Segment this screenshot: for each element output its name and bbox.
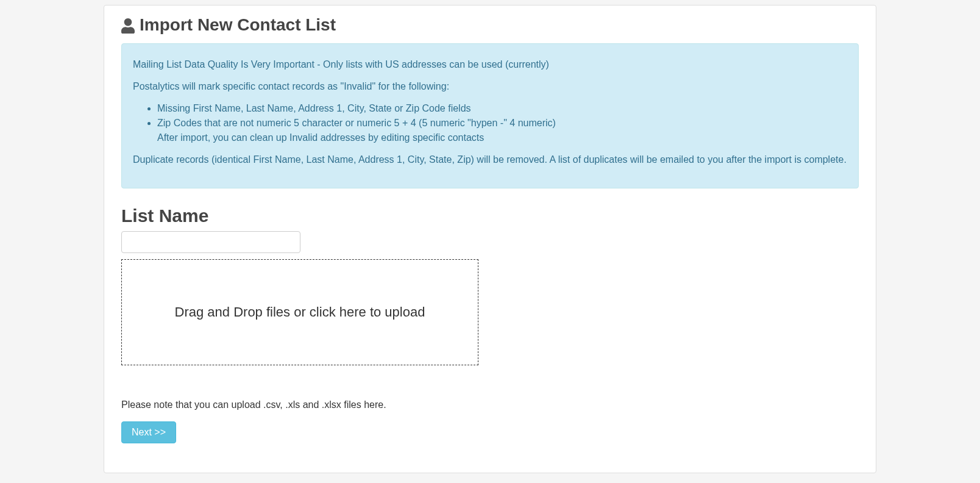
user-icon — [121, 18, 135, 32]
alert-line-1: Mailing List Data Quality Is Very Import… — [133, 57, 847, 72]
import-panel: Import New Contact List Mailing List Dat… — [104, 5, 876, 473]
page-title-text: Import New Contact List — [140, 15, 336, 35]
dropzone-text: Drag and Drop files or click here to upl… — [175, 304, 425, 320]
upload-note: Please note that you can upload .csv, .x… — [121, 399, 859, 410]
list-name-label: List Name — [121, 206, 859, 226]
next-button[interactable]: Next >> — [121, 421, 176, 443]
page-title: Import New Contact List — [121, 15, 859, 35]
list-name-input[interactable] — [121, 231, 300, 253]
alert-bullet: Missing First Name, Last Name, Address 1… — [157, 101, 847, 116]
alert-subnote: After import, you can clean up Invalid a… — [133, 131, 847, 145]
alert-line-2: Postalytics will mark specific contact r… — [133, 79, 847, 94]
alert-line-3: Duplicate records (identical First Name,… — [133, 152, 847, 167]
info-alert: Mailing List Data Quality Is Very Import… — [121, 43, 859, 188]
file-dropzone[interactable]: Drag and Drop files or click here to upl… — [121, 259, 478, 365]
alert-bullet: Zip Codes that are not numeric 5 charact… — [157, 116, 847, 131]
page: Import New Contact List Mailing List Dat… — [0, 0, 980, 483]
alert-bullet-list: Missing First Name, Last Name, Address 1… — [133, 101, 847, 131]
